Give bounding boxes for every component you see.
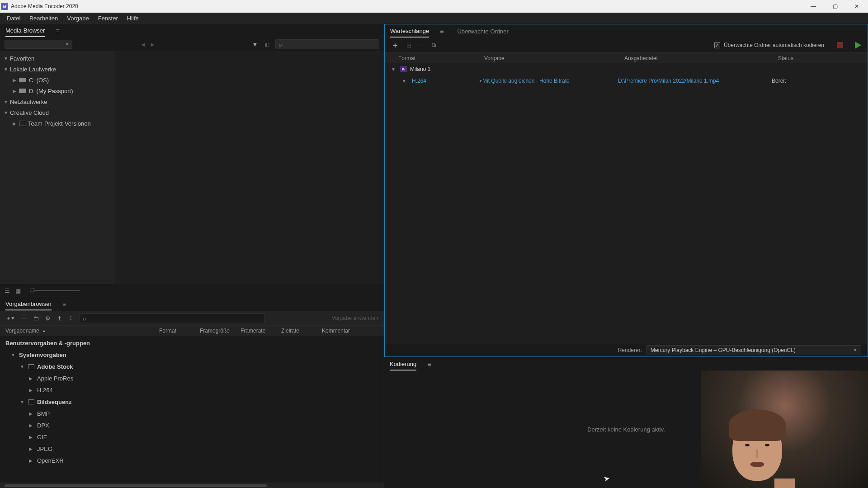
list-view-icon[interactable]: ☰ [5, 287, 11, 294]
nav-forward-icon[interactable]: ► [150, 41, 156, 48]
panel-menu-icon[interactable]: ≡ [440, 28, 443, 35]
auto-encode-checkbox[interactable]: ✓ [714, 42, 720, 48]
start-queue-button[interactable] [855, 42, 861, 49]
folder-icon [28, 399, 34, 404]
chevron-down-icon[interactable] [391, 67, 397, 72]
panel-menu-icon[interactable]: ≡ [56, 27, 59, 34]
menu-window[interactable]: Fenster [94, 14, 123, 23]
minimize-button[interactable]: — [807, 2, 820, 11]
encoding-panel: Kodierung ≡ Derzeit keine Kodierung akti… [384, 357, 868, 488]
queue-column-header: Format Vorgabe Ausgabedatei Status [385, 52, 868, 63]
output-file[interactable]: D:\Premiere Pro\Milan 2022\Milano 1.mp4 [618, 78, 772, 84]
add-source-button[interactable]: ＋ [391, 40, 399, 51]
export-icon[interactable]: ↧ [68, 315, 73, 322]
drive-icon [19, 78, 26, 82]
tree-local-drives[interactable]: Lokale Laufwerke [0, 64, 115, 75]
menu-preset[interactable]: Vorgabe [62, 14, 93, 23]
pb-horizontal-scrollbar[interactable] [0, 483, 384, 488]
pb-adobe-stock[interactable]: Adobe Stock [0, 361, 384, 372]
apply-preset-button: Vorgabe anwenden [332, 315, 378, 321]
tree-team-projects[interactable]: Team-Projekt-Versionen [0, 118, 115, 129]
encoding-idle-text: Derzeit keine Kodierung aktiv. [587, 426, 665, 433]
panel-menu-icon[interactable]: ≡ [427, 361, 431, 368]
webcam-overlay [701, 371, 868, 488]
pb-dpx[interactable]: DPX [0, 419, 384, 431]
queue-tab[interactable]: Warteschlange [390, 25, 429, 38]
nav-back-icon[interactable]: ◄ [140, 41, 146, 48]
menu-edit[interactable]: Bearbeiten [25, 14, 62, 23]
pb-gif[interactable]: GIF [0, 431, 384, 443]
chevron-down-icon: ▼ [853, 348, 857, 352]
pb-image-sequence[interactable]: Bildsequenz [0, 396, 384, 408]
queue-output-row[interactable]: H.264 ▼ Mit Quelle abgleichen - Hohe Bit… [385, 75, 868, 87]
premiere-icon: Pr [400, 66, 407, 72]
tree-network-drives[interactable]: Netzlaufwerke [0, 96, 115, 107]
pb-column-header[interactable]: Vorgabename▲ Format Framegröße Framerate… [0, 325, 384, 336]
pb-jpeg[interactable]: JPEG [0, 443, 384, 455]
pb-openexr[interactable]: OpenEXR [0, 455, 384, 466]
output-preset[interactable]: Mit Quelle abgleichen - Hohe Bitrate [482, 78, 618, 84]
chevron-down-icon[interactable] [402, 79, 408, 84]
menu-bar: Datei Bearbeiten Vorgabe Fenster Hilfe [0, 13, 868, 24]
duplicate-icon[interactable]: ⧉ [432, 42, 436, 49]
folder-icon [28, 364, 34, 369]
mb-search-input[interactable]: ⌕ [275, 39, 379, 49]
menu-file[interactable]: Datei [2, 14, 25, 23]
pb-system-presets[interactable]: Systemvorgaben [0, 349, 384, 361]
format-dropdown-icon[interactable]: ▼ [479, 79, 482, 83]
drive-icon [19, 89, 26, 93]
source-name: Milano 1 [410, 66, 430, 72]
search-icon: ⌕ [278, 41, 282, 48]
import-icon[interactable]: ↥ [57, 315, 62, 322]
pb-user-presets[interactable]: Benutzervorgaben & -gruppen [0, 337, 384, 349]
preset-browser-panel: Vorgabenbrowser ≡ ＋▾ — 🗀 ⚙ ↥ ↧ ⌕ Vorgabe… [0, 297, 384, 488]
stop-queue-button[interactable] [837, 42, 843, 48]
queue-panel: Warteschlange ≡ Überwachte Ordner ＋ ⊞ — … [384, 24, 868, 357]
app-title: Adobe Media Encoder 2020 [11, 3, 807, 9]
tree-favorites[interactable]: Favoriten [0, 53, 115, 64]
mb-tree[interactable]: Favoriten Lokale Laufwerke C: (OS) D: (M… [0, 51, 115, 284]
renderer-dropdown[interactable]: Mercury Playback Engine – GPU-Beschleuni… [646, 345, 861, 355]
close-button[interactable]: ✕ [850, 2, 863, 11]
menu-help[interactable]: Hilfe [123, 14, 143, 23]
tree-creative-cloud[interactable]: Creative Cloud [0, 107, 115, 118]
thumbnail-view-icon[interactable]: ▦ [15, 287, 22, 294]
pb-search-input[interactable]: ⌕ [80, 313, 265, 323]
app-icon: M [1, 3, 8, 10]
pb-bmp[interactable]: BMP [0, 408, 384, 419]
delete-preset-icon[interactable]: — [21, 315, 27, 322]
remove-icon[interactable]: — [419, 42, 425, 49]
add-output-icon[interactable]: ⊞ [406, 42, 411, 49]
encoding-tab[interactable]: Kodierung [390, 358, 416, 371]
settings-icon[interactable]: ⚙ [45, 315, 51, 322]
watch-folders-tab[interactable]: Überwachte Ordner [457, 26, 508, 37]
pb-apple-prores[interactable]: Apple ProRes [0, 372, 384, 384]
panel-menu-icon[interactable]: ≡ [62, 300, 66, 308]
title-bar: M Adobe Media Encoder 2020 — ▢ ✕ [0, 0, 868, 13]
thumbnail-size-slider[interactable] [30, 290, 80, 291]
media-browser-panel: Media-Browser ≡ ▼ ◄ ► ▼ ◐ ⌕ Favoriten Lo… [0, 24, 384, 297]
pb-h264[interactable]: H.264 [0, 384, 384, 396]
filter-icon[interactable]: ▼ [252, 41, 258, 47]
preset-tree[interactable]: Benutzervorgaben & -gruppen Systemvorgab… [0, 336, 384, 483]
output-format[interactable]: H.264 [412, 78, 426, 84]
tree-drive-d[interactable]: D: (My Passport) [0, 85, 115, 96]
mb-path-dropdown[interactable]: ▼ [5, 40, 72, 49]
new-preset-icon[interactable]: ＋▾ [5, 314, 14, 322]
folder-icon [19, 121, 25, 126]
media-browser-tab[interactable]: Media-Browser [5, 25, 45, 37]
auto-encode-label: Überwachte Ordner automatisch kodieren [724, 42, 824, 48]
preset-browser-tab[interactable]: Vorgabenbrowser [5, 298, 52, 310]
renderer-label: Renderer: [618, 347, 642, 353]
tree-drive-c[interactable]: C: (OS) [0, 75, 115, 85]
search-icon: ⌕ [83, 315, 86, 322]
output-status: Bereit [772, 78, 786, 84]
ingest-icon[interactable]: ◐ [264, 41, 270, 47]
mb-content-area[interactable] [115, 51, 384, 284]
queue-source-row[interactable]: Pr Milano 1 [385, 63, 868, 75]
new-group-icon[interactable]: 🗀 [33, 315, 39, 322]
maximize-button[interactable]: ▢ [828, 2, 842, 11]
queue-list[interactable]: Pr Milano 1 H.264 ▼ Mit Quelle abgleiche… [385, 63, 868, 343]
